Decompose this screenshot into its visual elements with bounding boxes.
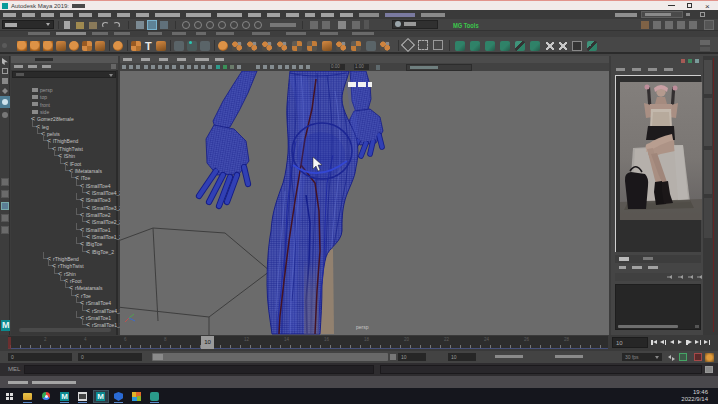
svg-text:persp: persp [356,324,369,330]
